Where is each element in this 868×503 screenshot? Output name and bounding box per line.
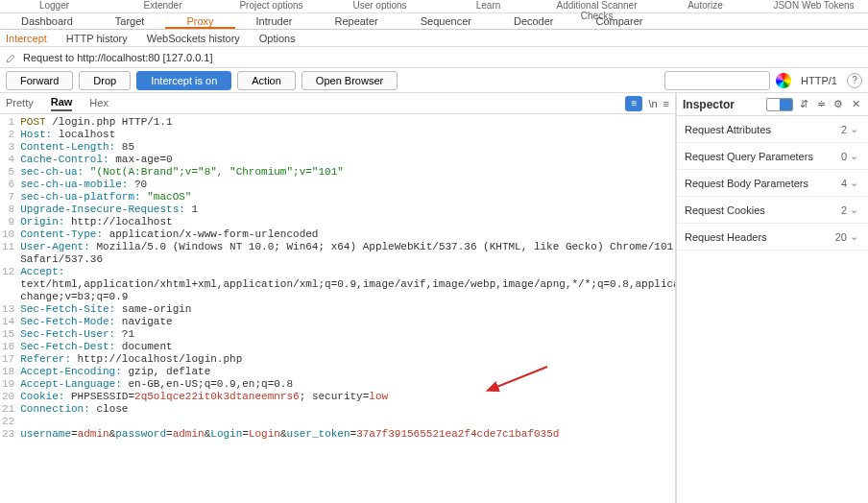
chevron-down-icon: ⌄ <box>847 204 860 216</box>
code-line[interactable] <box>20 416 675 428</box>
subtab-options[interactable]: Options <box>259 33 296 44</box>
tab-intruder[interactable]: Intruder <box>235 13 314 29</box>
editor-tab-raw[interactable]: Raw <box>51 96 73 111</box>
inspector-row[interactable]: Request Cookies2⌄ <box>677 197 868 224</box>
subtab-websockets-history[interactable]: WebSockets history <box>147 33 240 44</box>
code-line[interactable]: sec-ch-ua: "(Not(A:Brand";v="8", "Chromi… <box>20 166 675 179</box>
close-icon[interactable]: ✕ <box>849 98 862 111</box>
inspector-row[interactable]: Request Body Parameters4⌄ <box>677 170 868 197</box>
request-editor-pane: Pretty Raw Hex ≡ \n ≡ 123456789101112131… <box>0 93 676 503</box>
inspector-row[interactable]: Request Query Parameters0⌄ <box>677 143 868 170</box>
tab-proxy[interactable]: Proxy <box>165 13 234 29</box>
chevron-down-icon: ⌄ <box>847 150 860 162</box>
wrap-toggle-icon[interactable]: ≡ <box>663 98 669 109</box>
ext-tab[interactable]: User options <box>326 0 434 12</box>
collapse-icon[interactable]: ≑ <box>814 98 828 111</box>
extension-tabs: Logger Extender Project options User opt… <box>0 0 868 13</box>
intercept-toggle-button[interactable]: Intercept is on <box>136 71 231 90</box>
ext-tab[interactable]: Learn <box>434 0 542 12</box>
tab-comparer[interactable]: Comparer <box>575 13 664 29</box>
main-split: Pretty Raw Hex ≡ \n ≡ 123456789101112131… <box>0 93 868 503</box>
inspector-row-count: 2 <box>830 204 847 216</box>
ext-tab[interactable]: Extender <box>108 0 217 12</box>
search-input[interactable] <box>664 71 770 90</box>
ext-tab[interactable]: Additional Scanner Checks <box>542 0 651 12</box>
code-line[interactable]: Sec-Fetch-Site: same-origin <box>20 303 675 316</box>
tool-tabs: Dashboard Target Proxy Intruder Repeater… <box>0 13 868 30</box>
code-line[interactable]: User-Agent: Mozilla/5.0 (Windows NT 10.0… <box>20 241 675 253</box>
inspector-row-label: Request Cookies <box>685 204 830 216</box>
code-line[interactable]: Accept: <box>20 266 675 278</box>
tab-sequencer[interactable]: Sequencer <box>399 13 493 29</box>
editor-tabs: Pretty Raw Hex ≡ \n ≡ <box>0 93 675 114</box>
http-version-label[interactable]: HTTP/1 <box>797 75 841 86</box>
code-line[interactable]: Host: localhost <box>20 129 675 141</box>
code-line[interactable]: Origin: http://localhost <box>20 216 675 228</box>
action-button[interactable]: Action <box>237 71 296 90</box>
ext-tab[interactable]: Logger <box>0 0 108 12</box>
inspector-row-label: Request Query Parameters <box>685 151 830 162</box>
settings-icon[interactable]: ⚙ <box>832 98 845 111</box>
inspector-row[interactable]: Request Attributes2⌄ <box>677 116 868 143</box>
color-wheel-icon[interactable] <box>776 73 791 88</box>
inspector-row-count: 2 <box>830 124 847 135</box>
tab-target[interactable]: Target <box>94 13 166 29</box>
editor-tab-hex[interactable]: Hex <box>89 97 108 110</box>
forward-button[interactable]: Forward <box>6 71 73 90</box>
intercept-toolbar: Forward Drop Intercept is on Action Open… <box>0 68 868 93</box>
inspector-row-count: 4 <box>830 178 847 189</box>
code-line[interactable]: Sec-Fetch-Mode: navigate <box>20 316 675 328</box>
tab-repeater[interactable]: Repeater <box>313 13 398 29</box>
code-line[interactable]: Safari/537.36 <box>20 253 675 266</box>
inspector-row-label: Request Body Parameters <box>685 178 830 189</box>
code-line[interactable]: Accept-Language: en-GB,en-US;q=0.9,en;q=… <box>20 378 675 391</box>
code-line[interactable]: Sec-Fetch-Dest: document <box>20 341 675 353</box>
code-line[interactable]: Content-Type: application/x-www-form-url… <box>20 228 675 241</box>
inspector-header: Inspector ⇵ ≑ ⚙ ✕ <box>677 93 868 116</box>
code-line[interactable]: Upgrade-Insecure-Requests: 1 <box>20 204 675 216</box>
chevron-down-icon: ⌄ <box>847 177 860 189</box>
inspector-row-count: 20 <box>830 231 847 243</box>
actions-icon[interactable]: ≡ <box>625 96 642 111</box>
drop-button[interactable]: Drop <box>79 71 131 90</box>
ext-tab[interactable]: Project options <box>217 0 326 12</box>
code-line[interactable]: sec-ch-ua-mobile: ?0 <box>20 179 675 191</box>
code-line[interactable]: Referer: http://localhost/login.php <box>20 353 675 366</box>
editor-tab-pretty[interactable]: Pretty <box>6 97 34 110</box>
code-line[interactable]: Cache-Control: max-age=0 <box>20 154 675 166</box>
request-info-bar: Request to http://localhost:80 [127.0.0.… <box>0 47 868 68</box>
request-target-label: Request to http://localhost:80 [127.0.0.… <box>23 52 213 63</box>
ext-tab[interactable]: Autorize <box>651 0 760 12</box>
http-message-editor[interactable]: 1234567891011121314151617181920212223 PO… <box>0 114 675 503</box>
code-line[interactable]: Cookie: PHPSESSID=2q5olqce22it0k3dtaneem… <box>20 391 675 403</box>
help-icon[interactable]: ? <box>847 73 862 88</box>
code-line[interactable]: username=admin&password=admin&Login=Logi… <box>20 428 675 441</box>
inspector-row-count: 0 <box>830 151 847 162</box>
code-line[interactable]: POST /login.php HTTP/1.1 <box>20 116 675 129</box>
expand-icon[interactable]: ⇵ <box>797 98 810 111</box>
code-line[interactable]: Accept-Encoding: gzip, deflate <box>20 366 675 378</box>
code-line[interactable]: Sec-Fetch-User: ?1 <box>20 328 675 341</box>
inspector-panel: Inspector ⇵ ≑ ⚙ ✕ Request Attributes2⌄Re… <box>676 93 868 503</box>
inspector-row-label: Request Attributes <box>685 124 830 135</box>
code-line[interactable]: sec-ch-ua-platform: "macOS" <box>20 191 675 204</box>
proxy-subtabs: Intercept HTTP history WebSockets histor… <box>0 30 868 47</box>
code-line[interactable]: text/html,application/xhtml+xml,applicat… <box>20 278 675 291</box>
newline-toggle-icon[interactable]: \n <box>648 98 657 109</box>
chevron-down-icon: ⌄ <box>847 123 860 135</box>
tab-dashboard[interactable]: Dashboard <box>0 13 94 29</box>
code-line[interactable]: Content-Length: 85 <box>20 141 675 154</box>
inspector-row-label: Request Headers <box>685 231 830 243</box>
code-line[interactable]: change;v=b3;q=0.9 <box>20 291 675 303</box>
edit-icon[interactable] <box>6 52 17 63</box>
layout-toggle[interactable] <box>766 98 793 111</box>
inspector-title: Inspector <box>683 98 735 111</box>
code-line[interactable]: Connection: close <box>20 403 675 416</box>
subtab-intercept[interactable]: Intercept <box>6 33 47 44</box>
open-browser-button[interactable]: Open Browser <box>301 71 398 90</box>
subtab-http-history[interactable]: HTTP history <box>66 33 128 44</box>
tab-decoder[interactable]: Decoder <box>493 13 575 29</box>
ext-tab[interactable]: JSON Web Tokens <box>760 0 868 12</box>
inspector-row[interactable]: Request Headers20⌄ <box>677 224 868 251</box>
chevron-down-icon: ⌄ <box>847 230 860 243</box>
